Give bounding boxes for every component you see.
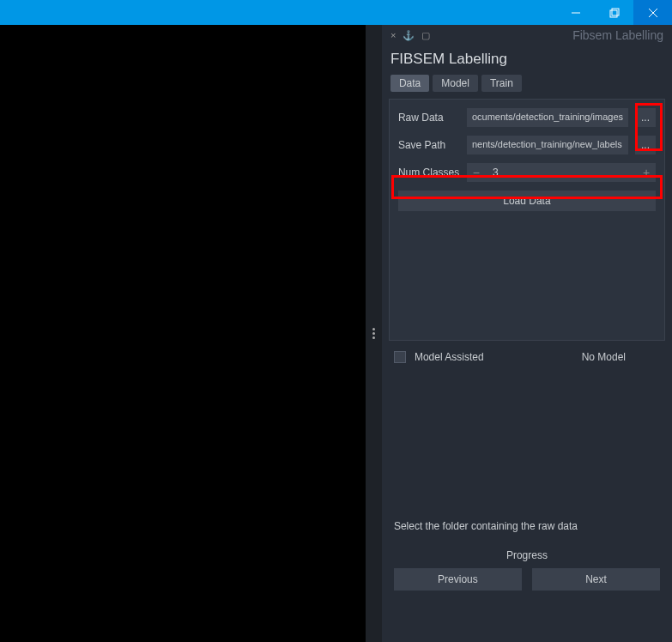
maximize-button[interactable] xyxy=(595,0,633,25)
model-assisted-row: Model Assisted No Model xyxy=(382,341,672,373)
minimize-icon xyxy=(571,8,581,18)
tabs: Data Model Train xyxy=(382,75,672,99)
svg-rect-2 xyxy=(612,9,619,15)
num-classes-value[interactable]: 3 xyxy=(486,167,637,179)
splitter-handle[interactable] xyxy=(366,25,382,642)
panel-header-title: Fibsem Labelling xyxy=(572,28,663,42)
panel-title: FIBSEM Labelling xyxy=(382,42,672,75)
hint-text: Select the folder containing the raw dat… xyxy=(394,520,660,532)
close-icon xyxy=(648,8,658,18)
close-button[interactable] xyxy=(633,0,672,25)
tab-train[interactable]: Train xyxy=(481,75,522,92)
tab-model[interactable]: Model xyxy=(433,75,478,92)
close-panel-icon[interactable]: × xyxy=(390,30,396,40)
model-assisted-checkbox[interactable] xyxy=(394,351,406,363)
next-button[interactable]: Next xyxy=(532,568,660,591)
load-data-button[interactable]: Load Data xyxy=(398,191,656,211)
data-form: Raw Data ocuments/detection_training/ima… xyxy=(389,99,665,341)
tab-data[interactable]: Data xyxy=(390,75,429,92)
model-assisted-label: Model Assisted xyxy=(415,351,484,363)
num-classes-label: Num Classes xyxy=(398,167,460,179)
anchor-icon[interactable]: ⚓ xyxy=(403,30,415,41)
side-panel: × ⚓ ▢ Fibsem Labelling FIBSEM Labelling … xyxy=(382,25,672,642)
minimize-button[interactable] xyxy=(556,0,595,25)
save-path-browse-button[interactable]: ... xyxy=(635,136,656,154)
increment-button[interactable]: + xyxy=(637,163,656,182)
detach-icon[interactable]: ▢ xyxy=(421,30,430,41)
save-path-input[interactable]: nents/detection_training/new_labels xyxy=(467,136,628,154)
num-classes-stepper: − 3 + xyxy=(467,163,656,182)
progress-label: Progress xyxy=(394,549,660,561)
model-status: No Model xyxy=(582,351,626,363)
maximize-icon xyxy=(609,8,620,18)
decrement-button[interactable]: − xyxy=(467,163,486,182)
save-path-label: Save Path xyxy=(398,139,460,151)
raw-data-input[interactable]: ocuments/detection_training/images xyxy=(467,108,628,127)
svg-rect-1 xyxy=(610,10,617,17)
titlebar xyxy=(0,0,672,25)
raw-data-browse-button[interactable]: ... xyxy=(635,108,656,127)
footer: Select the folder containing the raw dat… xyxy=(382,520,672,591)
raw-data-label: Raw Data xyxy=(398,112,460,124)
image-viewport[interactable] xyxy=(0,25,366,642)
previous-button[interactable]: Previous xyxy=(394,568,522,591)
